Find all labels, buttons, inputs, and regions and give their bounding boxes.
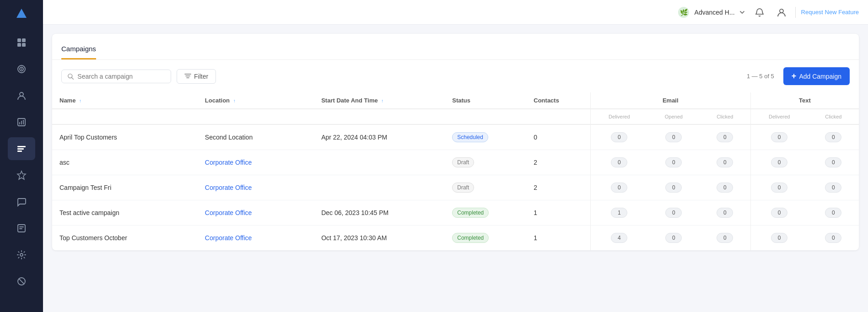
pagination-info: 1 — 5 of 5: [747, 73, 774, 80]
count-email-opened: 0: [665, 157, 682, 167]
sort-arrow-location: ↑: [233, 98, 236, 103]
search-input[interactable]: [77, 73, 165, 80]
campaigns-panel: Campaigns: [52, 34, 859, 250]
search-box[interactable]: [61, 70, 171, 83]
count-email-opened: 0: [665, 208, 682, 218]
cell-email-delivered: 4: [590, 226, 648, 251]
table-row[interactable]: Campaign Test Fri Corporate Office Draft…: [52, 175, 859, 200]
count-email-opened: 0: [665, 233, 682, 243]
sidebar-item-reports[interactable]: [8, 111, 35, 134]
cell-email-delivered: 0: [590, 150, 648, 175]
cell-contacts: 2: [526, 175, 590, 200]
cell-start-date: [314, 175, 445, 200]
col-contacts-header: Contacts: [526, 92, 590, 109]
cell-text-clicked: 0: [808, 150, 859, 175]
col-email-opened-subheader: Opened: [648, 109, 700, 124]
cell-name: Campaign Test Fri: [52, 175, 198, 200]
cell-email-opened: 0: [648, 226, 700, 251]
sidebar-item-targeting[interactable]: [8, 58, 35, 81]
col-text-delivered-subheader: Delivered: [750, 109, 808, 124]
cell-email-opened: 0: [648, 124, 700, 150]
cell-status: Completed: [445, 200, 526, 226]
cell-name: asc: [52, 150, 198, 175]
cell-email-delivered: 1: [590, 200, 648, 226]
sidebar-item-support[interactable]: [8, 270, 35, 293]
count-text-clicked: 0: [825, 233, 841, 243]
cell-contacts: 1: [526, 226, 590, 251]
svg-rect-2: [22, 38, 26, 42]
plus-icon: +: [792, 71, 797, 81]
status-badge: Draft: [452, 183, 474, 193]
chevron-down-icon: [739, 9, 746, 16]
cell-contacts: 1: [526, 200, 590, 226]
cell-start-date: Dec 06, 2023 10:45 PM: [314, 200, 445, 226]
table-row[interactable]: Test active campaign Corporate Office De…: [52, 200, 859, 226]
count-email-delivered: 0: [611, 157, 627, 167]
filter-button[interactable]: Filter: [177, 69, 216, 84]
cell-email-clicked: 0: [700, 150, 750, 175]
status-badge: Scheduled: [452, 132, 488, 142]
count-email-opened: 0: [665, 183, 682, 193]
count-email-delivered: 0: [611, 183, 627, 193]
table-row[interactable]: Top Customers October Corporate Office O…: [52, 226, 859, 251]
cell-text-clicked: 0: [808, 124, 859, 150]
toolbar-left: Filter: [61, 69, 216, 84]
cell-start-date: Oct 17, 2023 10:30 AM: [314, 226, 445, 251]
table-row[interactable]: April Top Customers Second Location Apr …: [52, 124, 859, 150]
col-location-header: Location ↑: [198, 92, 314, 109]
status-badge: Completed: [452, 208, 489, 218]
table-header-row: Name ↑ Location ↑ Start Date And Time ↑: [52, 92, 859, 109]
count-text-delivered: 0: [771, 183, 787, 193]
cell-name: Test active campaign: [52, 200, 198, 226]
filter-label: Filter: [194, 73, 208, 80]
sidebar: [0, 0, 43, 312]
content-area: Campaigns: [43, 25, 868, 312]
svg-rect-4: [22, 43, 26, 47]
cell-location: Second Location: [198, 124, 314, 150]
svg-line-24: [72, 77, 74, 79]
sidebar-item-settings[interactable]: [8, 243, 35, 266]
brand-selector[interactable]: 🌿 Advanced H...: [676, 5, 746, 20]
cell-text-clicked: 0: [808, 200, 859, 226]
count-text-delivered: 0: [771, 233, 787, 243]
svg-point-22: [780, 9, 783, 13]
tab-campaigns[interactable]: Campaigns: [61, 41, 96, 59]
cell-name: April Top Customers: [52, 124, 198, 150]
sidebar-item-dashboard[interactable]: [8, 31, 35, 54]
svg-marker-0: [16, 9, 27, 18]
cell-status: Completed: [445, 226, 526, 251]
svg-point-18: [20, 253, 23, 256]
cell-name: Top Customers October: [52, 226, 198, 251]
count-text-delivered: 0: [771, 157, 787, 167]
campaigns-table: Name ↑ Location ↑ Start Date And Time ↑: [52, 92, 859, 250]
sidebar-item-campaigns[interactable]: [8, 137, 35, 160]
notifications-icon[interactable]: [751, 4, 768, 21]
col-text-clicked-subheader: Clicked: [808, 109, 859, 124]
col-start-header: Start Date And Time ↑: [314, 92, 445, 109]
svg-point-7: [21, 69, 22, 70]
cell-text-clicked: 0: [808, 175, 859, 200]
cell-status: Scheduled: [445, 124, 526, 150]
cell-start-date: [314, 150, 445, 175]
user-account-icon[interactable]: [773, 4, 790, 21]
count-text-clicked: 0: [825, 132, 841, 142]
col-email-clicked-subheader: Clicked: [700, 109, 750, 124]
sidebar-item-starred[interactable]: [8, 164, 35, 187]
add-campaign-button[interactable]: + Add Campaign: [783, 67, 850, 85]
count-text-clicked: 0: [825, 157, 841, 167]
col-email-delivered-subheader: Delivered: [590, 109, 648, 124]
svg-rect-1: [17, 38, 21, 42]
sidebar-item-messages[interactable]: [8, 190, 35, 213]
sidebar-item-contacts[interactable]: [8, 84, 35, 107]
count-email-clicked: 0: [717, 132, 733, 142]
cell-text-delivered: 0: [750, 175, 808, 200]
table-row[interactable]: asc Corporate Office Draft 2 0 0 0 0 0: [52, 150, 859, 175]
cell-text-delivered: 0: [750, 150, 808, 175]
logo-icon[interactable]: [12, 5, 31, 23]
request-feature-link[interactable]: Request New Feature: [801, 9, 859, 16]
cell-location: Corporate Office: [198, 226, 314, 251]
sort-arrow-name: ↑: [79, 98, 81, 103]
sidebar-item-files[interactable]: [8, 217, 35, 240]
cell-email-opened: 0: [648, 150, 700, 175]
count-email-clicked: 0: [717, 157, 733, 167]
